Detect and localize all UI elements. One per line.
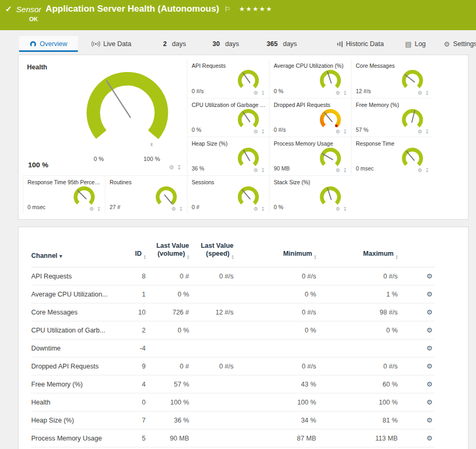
channel-name[interactable]: Average CPU Utilization... <box>31 285 117 303</box>
channel-name[interactable]: Health <box>31 393 117 411</box>
gauge-settings-icon[interactable]: ⚙ <box>254 206 258 212</box>
channel-last-value-volume <box>150 339 193 357</box>
gauge-download-icon[interactable]: ↧ <box>343 90 347 96</box>
tab-2-days[interactable]: 2 days <box>158 36 191 52</box>
column-header-actions <box>402 236 435 267</box>
channel-name[interactable]: API Requests <box>31 267 117 285</box>
gauge-settings-icon[interactable]: ⚙ <box>336 129 340 134</box>
channel-settings-icon[interactable]: ⚙ <box>426 362 433 370</box>
table-row[interactable]: Dropped API Requests 9 0 # 0 #/s 0 #/s 0… <box>31 357 435 375</box>
tab-log[interactable]: ▤ Log <box>398 36 433 52</box>
gauge-download-icon[interactable]: ↧ <box>261 167 265 173</box>
channel-name[interactable]: Downtime <box>31 339 117 357</box>
gauge-download-icon[interactable]: ↧ <box>425 167 429 173</box>
gauge-value: 0 % <box>192 127 201 133</box>
channel-id: 4 <box>117 375 150 393</box>
gauge-value: 0 % <box>274 88 283 94</box>
channel-maximum: 100 % <box>320 393 402 411</box>
gauge-download-icon[interactable]: ↧ <box>97 206 101 212</box>
tab-overview[interactable]: Overview <box>19 36 78 52</box>
channel-settings-icon[interactable]: ⚙ <box>426 272 433 280</box>
column-header-minimum[interactable]: Minimum▴▾ <box>238 236 320 267</box>
gauge-settings-icon[interactable]: ⚙ <box>418 90 423 96</box>
gear-icon: ⚙ <box>444 40 450 48</box>
gauge-download-icon[interactable]: ↧ <box>425 129 429 134</box>
channel-settings-icon[interactable]: ⚙ <box>426 416 433 424</box>
column-header-channel[interactable]: Channel▾ <box>31 236 117 267</box>
sort-icon[interactable]: ▴▾ <box>187 255 189 259</box>
gauge-download-icon[interactable]: ↧ <box>261 90 265 96</box>
channel-settings-icon[interactable]: ⚙ <box>426 434 433 442</box>
tab-settings[interactable]: ⚙ Settings <box>439 36 476 52</box>
table-row[interactable]: Average CPU Utilization... 1 0 % 0 % 1 %… <box>31 285 435 303</box>
gauge-settings-icon[interactable]: ⚙ <box>418 167 423 173</box>
sort-icon[interactable]: ▴▾ <box>143 255 146 259</box>
channel-settings-icon[interactable]: ⚙ <box>426 290 433 298</box>
sort-icon[interactable]: ▴▾ <box>314 255 316 259</box>
gauge-dial <box>399 146 426 170</box>
gauge-settings-icon[interactable]: ⚙ <box>336 206 340 212</box>
channel-name[interactable]: Core Messages <box>31 303 117 321</box>
channel-settings-icon[interactable]: ⚙ <box>426 308 433 316</box>
table-row[interactable]: Heap Size (%) 7 36 % 34 % 81 % ⚙ <box>31 411 435 429</box>
gauge-settings-icon[interactable]: ⚙ <box>254 129 258 134</box>
table-row[interactable]: Free Memory (%) 4 57 % 43 % 60 % ⚙ <box>31 375 435 393</box>
gauge-download-icon[interactable]: ↧ <box>261 129 265 134</box>
tab-label: Historic Data <box>346 40 384 48</box>
channel-name[interactable]: CPU Utilization of Garb... <box>31 321 117 339</box>
gauge-download-icon[interactable]: ↧ <box>343 206 347 212</box>
table-row[interactable]: Core Messages 10 726 # 12 #/s 0 #/s 98 #… <box>31 303 435 321</box>
table-row[interactable]: API Requests 8 0 # 0 #/s 0 #/s 0 #/s ⚙ <box>31 267 435 285</box>
priority-stars[interactable]: ★★★★★ <box>239 5 273 13</box>
column-header-maximum[interactable]: Maximum▴▾ <box>320 236 402 267</box>
gauge-settings-icon[interactable]: ⚙ <box>254 90 258 96</box>
gauge-download-icon[interactable]: ↧ <box>179 206 183 212</box>
gauge-settings-icon[interactable]: ⚙ <box>254 167 258 173</box>
channel-settings-icon[interactable]: ⚙ <box>426 344 433 352</box>
gauge-settings-icon[interactable]: ⚙ <box>336 90 340 96</box>
channel-last-value-volume: 0 # <box>150 267 193 285</box>
gauge-download-icon[interactable]: ↧ <box>343 129 347 134</box>
channel-minimum: 0 % <box>238 285 320 303</box>
channel-settings-icon[interactable]: ⚙ <box>426 380 433 388</box>
tab-label: days <box>172 40 186 48</box>
channel-last-value-speed <box>193 375 238 393</box>
tab-live-data[interactable]: Live Data <box>84 36 139 52</box>
sort-icon[interactable]: ▴▾ <box>396 255 398 259</box>
channel-name[interactable]: Process Memory Usage <box>31 429 117 447</box>
channel-maximum <box>320 339 402 357</box>
gauge-download-icon[interactable]: ↧ <box>425 90 429 96</box>
tab-label: Overview <box>40 40 67 48</box>
tab-365-days[interactable]: 365 days <box>262 36 302 52</box>
gauge-settings-icon[interactable]: ⚙ <box>89 206 94 212</box>
channel-settings-icon[interactable]: ⚙ <box>426 398 433 406</box>
channel-name[interactable]: Free Memory (%) <box>31 375 117 393</box>
column-header-last-value-volume[interactable]: Last Value (volume)▴▾ <box>150 236 193 267</box>
tab-historic-data[interactable]: Historic Data <box>330 36 391 52</box>
gauge-tile: Free Memory (%) 57 % ⚙ ↧ <box>351 98 433 137</box>
gauge-download-icon[interactable]: ↧ <box>343 167 347 173</box>
gauge-settings-icon[interactable]: ⚙ <box>336 167 340 173</box>
gauge-settings-icon[interactable]: ⚙ <box>172 206 176 212</box>
priority-flag-icon[interactable]: ⚐ <box>224 5 231 13</box>
column-header-id[interactable]: ID▴▾ <box>117 236 150 267</box>
gauge-download-icon[interactable]: ↧ <box>177 164 182 171</box>
table-row[interactable]: Health 0 100 % 100 % 100 % ⚙ <box>31 393 435 411</box>
table-row[interactable]: CPU Utilization of Garb... 2 0 % 0 % 0 %… <box>31 321 435 339</box>
sort-desc-icon[interactable]: ▾ <box>59 253 62 259</box>
channel-name[interactable]: Heap Size (%) <box>31 411 117 429</box>
gauge-dial <box>399 68 426 92</box>
table-row[interactable]: Process Memory Usage 5 90 MB 87 MB 113 M… <box>31 429 435 447</box>
gauge-settings-icon[interactable]: ⚙ <box>169 164 174 171</box>
gauge-download-icon[interactable]: ↧ <box>261 206 265 212</box>
channel-name[interactable]: Dropped API Requests <box>31 357 117 375</box>
tab-label: Log <box>415 40 426 48</box>
sort-icon[interactable]: ▴▾ <box>231 255 233 259</box>
tab-30-days[interactable]: 30 days <box>207 36 244 52</box>
channel-settings-icon[interactable]: ⚙ <box>426 326 433 334</box>
table-row[interactable]: Downtime -4 ⚙ <box>31 339 435 357</box>
column-header-last-value-speed[interactable]: Last Value (speed)▴▾ <box>193 236 238 267</box>
channel-last-value-volume: 0 # <box>150 357 193 375</box>
gauge-settings-icon[interactable]: ⚙ <box>418 129 423 134</box>
gauge-dial <box>317 68 344 92</box>
